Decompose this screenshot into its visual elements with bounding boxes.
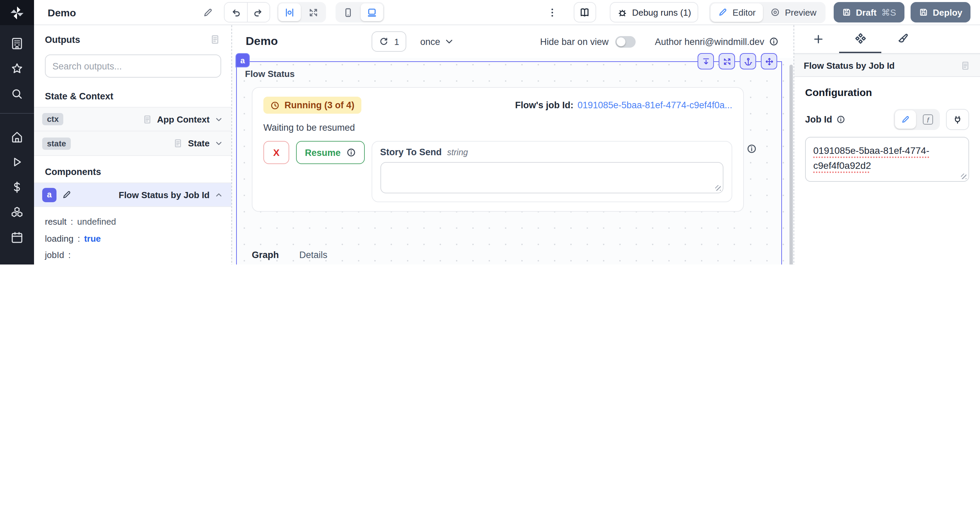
component-output-values: result:undefined loading:true jobId: "01…: [34, 207, 231, 264]
state-row[interactable]: state State: [34, 131, 231, 156]
dock-bottom-icon[interactable]: [698, 53, 714, 69]
jobid-value: "0191085e-5baa-81ef-4774-c9ef4f0a92d2": [45, 264, 221, 264]
resources-cubes-icon[interactable]: [10, 206, 24, 219]
function-icon: f: [923, 115, 933, 124]
job-id-input[interactable]: 0191085e-5baa-81ef-4774- c9ef4f0a92d2: [805, 137, 969, 182]
cancel-button[interactable]: X: [263, 141, 289, 164]
graph-details-tabs: Graph Details: [237, 250, 781, 264]
clock-icon: [270, 100, 280, 110]
move-icon[interactable]: [761, 53, 777, 69]
tab-details[interactable]: Details: [299, 250, 328, 264]
state-doc-icon: [173, 138, 183, 148]
more-menu-icon[interactable]: [547, 7, 557, 18]
home-icon[interactable]: [10, 130, 24, 143]
component-pencil-icon[interactable]: [62, 190, 72, 199]
outputs-panel: Outputs State & Context ctx App Context …: [34, 25, 232, 264]
tab-graph[interactable]: Graph: [252, 250, 279, 264]
canvas-scrollbar[interactable]: [789, 65, 793, 264]
rename-pencil-icon[interactable]: [202, 7, 213, 18]
selected-component-doc-icon[interactable]: [960, 60, 970, 70]
author-info-icon[interactable]: [769, 37, 778, 46]
main-column: Demo Debug runs (1): [34, 0, 980, 264]
refresh-icon: [379, 37, 388, 46]
outputs-title: Outputs: [45, 34, 80, 45]
author-info: Author henri@windmill.dev: [655, 37, 778, 47]
centered-layout-button[interactable]: [278, 3, 301, 21]
rail-divider: [0, 113, 34, 114]
tab-insert-component[interactable]: [797, 25, 839, 53]
hide-bar-toggle[interactable]: [615, 36, 636, 47]
tab-component-settings[interactable]: [839, 25, 881, 53]
frequency-dropdown[interactable]: once: [420, 37, 454, 47]
ctx-row[interactable]: ctx App Context: [34, 107, 231, 131]
tab-preview[interactable]: Preview: [763, 3, 824, 21]
windmill-logo-icon: [9, 5, 25, 21]
save-icon: [842, 8, 851, 17]
draft-button[interactable]: Draft ⌘S: [833, 2, 904, 22]
favorites-star-icon[interactable]: [10, 62, 24, 76]
story-to-send-textarea[interactable]: [380, 162, 724, 193]
static-input-mode-button[interactable]: [895, 110, 916, 129]
desktop-view-button[interactable]: [360, 3, 383, 21]
fx-input-mode-button[interactable]: f: [917, 110, 939, 129]
ctx-badge: ctx: [42, 113, 64, 125]
anchor-icon[interactable]: [740, 53, 756, 69]
mobile-view-button[interactable]: [337, 3, 359, 21]
undo-button[interactable]: [224, 3, 247, 22]
component-toolbar: [698, 53, 777, 69]
flow-job-id-link[interactable]: 0191085e-5baa-81ef-4774-c9ef4f0a...: [578, 100, 732, 110]
refresh-counter[interactable]: 1: [372, 31, 406, 52]
tab-global-styling[interactable]: [881, 25, 924, 53]
selected-component-header: Flow Status by Job Id: [794, 54, 980, 77]
resume-info-icon: [346, 148, 356, 157]
component-a-row[interactable]: a Flow Status by Job Id: [34, 182, 231, 207]
docs-book-button[interactable]: [573, 2, 596, 22]
job-id-value-line1: 0191085e-5baa-81ef-4774-: [813, 145, 929, 156]
job-id-info-icon[interactable]: [837, 115, 845, 124]
billing-dollar-icon[interactable]: [10, 180, 24, 194]
device-toggle-group: [335, 2, 384, 22]
state-context-title: State & Context: [34, 86, 231, 107]
state-chevron-down-icon[interactable]: [215, 139, 223, 148]
resume-form-row: X Resume Story To Send string: [263, 141, 732, 202]
redo-button[interactable]: [247, 3, 269, 22]
resume-button[interactable]: Resume: [296, 141, 364, 164]
ctx-chevron-down-icon[interactable]: [215, 115, 223, 124]
pencil-icon: [901, 115, 910, 124]
component-chevron-up-icon[interactable]: [215, 190, 223, 199]
job-id-resize-handle[interactable]: [961, 174, 966, 179]
resize-handle[interactable]: [715, 185, 721, 191]
outputs-doc-icon[interactable]: [210, 34, 221, 45]
schedules-calendar-icon[interactable]: [10, 231, 24, 244]
search-outputs-input[interactable]: [45, 54, 221, 78]
canvas-app-title: Demo: [246, 35, 278, 48]
draft-label: Draft: [856, 7, 877, 18]
status-row: Running (3 of 4) Flow's job Id:0191085e-…: [263, 97, 732, 114]
flow-status-component[interactable]: a Flow Status Runni: [236, 61, 782, 264]
expand-icon[interactable]: [719, 53, 735, 69]
component-id-tag[interactable]: a: [235, 53, 250, 67]
story-to-send-label-row: Story To Send string: [380, 147, 724, 157]
preview-label: Preview: [785, 7, 817, 18]
deploy-button[interactable]: Deploy: [910, 2, 970, 22]
hide-bar-control: Hide bar on view: [540, 36, 636, 47]
configuration-title: Configuration: [805, 86, 969, 98]
workspace-building-icon[interactable]: [10, 37, 24, 50]
card-info-icon[interactable]: [746, 143, 757, 154]
state-label: State: [188, 138, 210, 148]
input-mode-toggle: f: [894, 109, 940, 130]
debug-runs-button[interactable]: Debug runs (1): [609, 2, 698, 22]
connect-input-button[interactable]: [946, 109, 969, 130]
tab-editor[interactable]: Editor: [711, 3, 763, 21]
runs-play-icon[interactable]: [10, 155, 24, 169]
windmill-logo[interactable]: [0, 0, 34, 25]
app-canvas[interactable]: Demo 1 once Hide bar on view: [232, 25, 794, 264]
ctx-doc-icon: [142, 114, 152, 124]
resume-label: Resume: [305, 147, 340, 158]
flow-job-id: Flow's job Id:0191085e-5baa-81ef-4774-c9…: [515, 100, 732, 110]
flow-status-card: Running (3 of 4) Flow's job Id:0191085e-…: [252, 87, 744, 212]
full-width-layout-button[interactable]: [302, 3, 324, 21]
outputs-header: Outputs: [34, 25, 231, 49]
search-icon[interactable]: [10, 87, 24, 101]
job-id-label: Job Id: [805, 115, 832, 124]
